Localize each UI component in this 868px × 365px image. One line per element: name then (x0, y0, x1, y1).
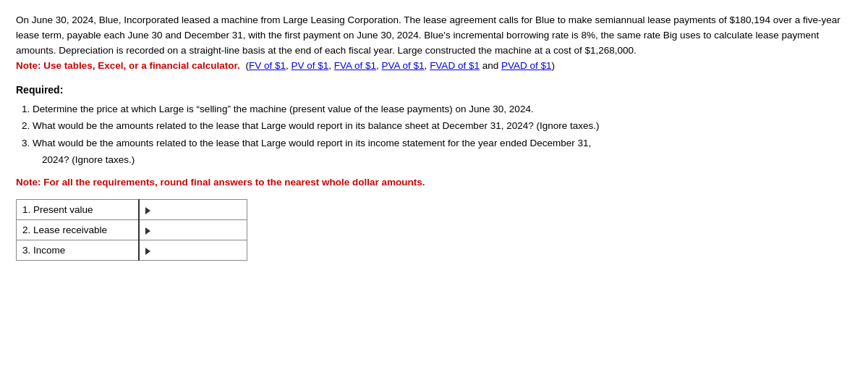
q3-text-cont: 2024? (Ignore taxes.) (42, 154, 135, 165)
row1-input-cell[interactable] (139, 200, 247, 220)
row3-input[interactable] (156, 245, 229, 256)
table-row: 2. Lease receivable (17, 220, 247, 240)
row2-input-cell[interactable] (139, 220, 247, 240)
question-2: 2. What would be the amounts related to … (22, 118, 852, 134)
row1-input[interactable] (156, 204, 229, 215)
table-row: 3. Income (17, 240, 247, 261)
answer-table: 1. Present value 2. Lease receivable 3. … (16, 199, 247, 261)
table-row: 1. Present value (17, 200, 247, 220)
fv-link[interactable]: FV of $1 (249, 60, 286, 71)
pvad-link[interactable]: PVAD of $1 (501, 60, 552, 71)
row3-arrow-icon (145, 248, 150, 255)
fvad-link[interactable]: FVAD of $1 (430, 60, 480, 71)
question-3: 3. What would be the amounts related to … (22, 135, 852, 151)
row2-arrow-icon (145, 227, 150, 235)
row3-input-cell[interactable] (139, 240, 247, 261)
row2-label: 2. Lease receivable (17, 220, 139, 240)
fva-link[interactable]: FVA of $1 (334, 60, 376, 71)
note-use-tables: Note: Use tables, Excel, or a financial … (16, 60, 240, 71)
links-area: (FV of $1, PV of $1, FVA of $1, PVA of $… (243, 60, 555, 71)
row3-label: 3. Income (17, 240, 139, 261)
required-section: Required: 1. Determine the price at whic… (16, 84, 852, 168)
row2-input[interactable] (156, 225, 229, 235)
intro-text-content: On June 30, 2024, Blue, Incorporated lea… (16, 14, 841, 56)
pv-link[interactable]: PV of $1 (291, 60, 328, 71)
intro-paragraph: On June 30, 2024, Blue, Incorporated lea… (16, 13, 852, 74)
q1-text: Determine the price at which Large is “s… (33, 104, 534, 114)
q2-text: What would be the amounts related to the… (33, 120, 599, 131)
q3-number: 3. (22, 138, 33, 148)
q1-number: 1. (22, 104, 33, 114)
pva-link[interactable]: PVA of $1 (382, 60, 425, 71)
question-1: 1. Determine the price at which Large is… (22, 101, 852, 117)
q2-number: 2. (22, 120, 33, 131)
row1-label: 1. Present value (17, 200, 139, 220)
q3-text: What would be the amounts related to the… (33, 138, 591, 148)
question-3-continuation: 2024? (Ignore taxes.) (42, 152, 852, 168)
row2-label-text: 2. Lease receivable (22, 225, 107, 235)
required-label: Required: (16, 84, 852, 96)
row1-arrow-icon (145, 207, 150, 214)
row3-label-text: 3. Income (22, 245, 65, 256)
row1-label-text: 1. Present value (22, 204, 93, 215)
questions-list: 1. Determine the price at which Large is… (16, 101, 852, 168)
note-bottom: Note: For all the requirements, round fi… (16, 177, 852, 188)
